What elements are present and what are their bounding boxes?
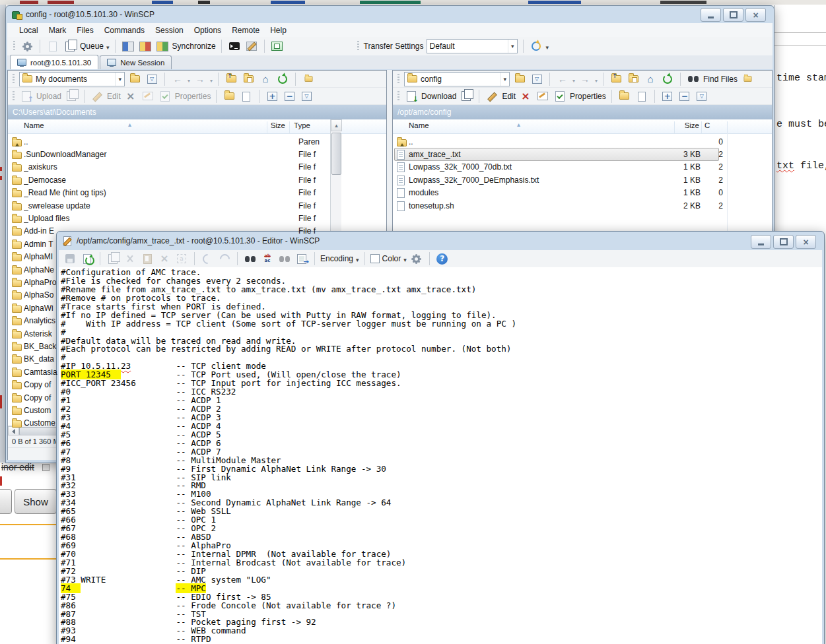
root-directory-button[interactable] [241,72,256,86]
file-row[interactable]: _axiskursFile f [8,161,386,174]
color-checkbox[interactable] [370,254,380,263]
column-size[interactable]: Size [267,121,285,129]
rename-button[interactable] [535,89,550,104]
unselect-files-button[interactable] [282,89,296,104]
new-folder-button[interactable] [222,89,236,104]
delete-button[interactable] [518,89,533,104]
forward-dropdown-icon[interactable] [595,73,598,85]
file-row[interactable]: modules1 KB0 [393,187,772,199]
color-dropdown-icon[interactable] [403,253,407,265]
edit-button[interactable] [90,89,104,104]
refresh-button[interactable] [660,72,675,86]
local-path-bar[interactable]: C:\Users\ati\Documents [8,105,386,119]
download-and-delete-button[interactable] [459,89,473,104]
delete-button[interactable] [123,89,138,104]
home-directory-button[interactable] [643,72,658,86]
queue-label[interactable]: Queue [80,42,104,51]
local-drive-select[interactable]: My documents [19,72,125,86]
preferences-button[interactable] [20,39,34,53]
restore-button[interactable] [773,235,794,249]
open-terminal-button[interactable] [227,39,242,53]
column-name[interactable]: Name [409,121,429,129]
back-dropdown-icon[interactable] [188,73,190,85]
minimize-button[interactable] [701,8,721,22]
file-row[interactable]: _Read Me (hint og tips)File f [8,187,386,199]
refresh-button[interactable] [275,72,290,86]
properties-label[interactable]: Properties [570,92,606,101]
back-button[interactable] [555,72,570,86]
selection-filter-button[interactable] [695,89,709,104]
menu-files[interactable]: Files [71,24,98,36]
rename-button[interactable] [141,89,155,104]
file-row[interactable]: tonesetup.sh2 KB2 [393,199,772,212]
back-button[interactable] [170,72,185,86]
menu-session[interactable]: Session [150,24,189,36]
scroll-up-arrow[interactable] [331,119,342,131]
upload-and-delete-button[interactable] [64,89,79,104]
column-divider[interactable] [701,121,702,133]
file-row[interactable]: amx_trace_.txt3 KB2 [393,148,772,160]
file-row[interactable]: _Upload filesFile f [8,212,386,224]
new-file-button[interactable] [635,89,649,104]
upload-button[interactable] [19,89,34,104]
properties-button[interactable] [158,89,172,104]
color-label[interactable]: Color [382,254,401,263]
select-files-button[interactable] [660,89,675,104]
bg-partial-button[interactable] [0,489,12,514]
forward-button[interactable] [578,72,592,86]
column-changed[interactable]: C [705,121,710,129]
minimize-button[interactable] [751,235,771,249]
remote-path-bar[interactable]: /opt/amc/config [393,105,772,119]
filter-button[interactable] [145,72,159,86]
sync-browsing-button[interactable] [529,39,543,53]
filter-button[interactable] [530,72,544,86]
new-session-tab[interactable]: New Session [100,55,172,69]
file-row[interactable]: Add-in EFile f [8,225,386,238]
file-row[interactable]: ..Paren [8,135,386,148]
file-row[interactable]: _swrelease updateFile f [8,199,386,212]
edit-label[interactable]: Edit [502,92,516,101]
properties-button[interactable] [553,89,567,104]
new-folder-button[interactable] [617,89,632,104]
close-button[interactable] [796,235,816,249]
show-button[interactable]: Show [15,489,57,514]
synchronize-label[interactable]: Synchronize [172,42,216,51]
refresh-session-button[interactable] [270,39,285,53]
file-row[interactable]: _DemocaseFile f [8,174,386,186]
open-directory-button[interactable] [512,72,527,86]
file-row[interactable]: ..0 [393,135,772,148]
column-divider[interactable] [727,121,728,133]
back-dropdown-icon[interactable] [572,73,575,85]
custom-commands-button[interactable] [244,39,259,53]
column-size[interactable]: Size [674,121,699,129]
upload-label[interactable]: Upload [36,92,61,101]
unselect-files-button[interactable] [677,89,692,104]
root-directory-button[interactable] [626,72,640,86]
bg-checkbox[interactable] [42,464,50,471]
forward-dropdown-icon[interactable] [210,73,213,85]
file-row[interactable]: Lowpass_32k_7000_70db.txt1 KB2 [393,161,772,174]
queue-button[interactable] [63,39,77,53]
transfer-mode-1-button[interactable] [121,39,135,53]
column-name[interactable]: Name [24,121,44,129]
go-to-line-button[interactable] [294,251,309,266]
copy-session-button[interactable] [740,72,755,86]
find-files-button[interactable] [686,72,701,86]
transfer-settings-select[interactable]: Default [427,39,518,53]
queue-dropdown-icon[interactable] [106,40,110,52]
menu-mark[interactable]: Mark [44,24,72,36]
synchronize-button[interactable] [155,39,170,53]
transfer-mode-2-button[interactable] [138,39,153,53]
menu-options[interactable]: Options [189,24,226,36]
home-directory-button[interactable] [258,72,273,86]
find-next-button[interactable] [277,251,292,266]
column-type[interactable]: Type [294,121,310,129]
menu-help[interactable]: Help [265,24,292,36]
editor-preferences-button[interactable] [409,251,424,266]
close-button[interactable] [745,8,766,22]
menu-commands[interactable]: Commands [99,24,150,36]
encoding-dropdown-icon[interactable] [356,253,359,265]
open-directory-button[interactable] [127,72,142,86]
encoding-label[interactable]: Encoding [320,254,353,263]
parent-directory-button[interactable] [609,72,623,86]
